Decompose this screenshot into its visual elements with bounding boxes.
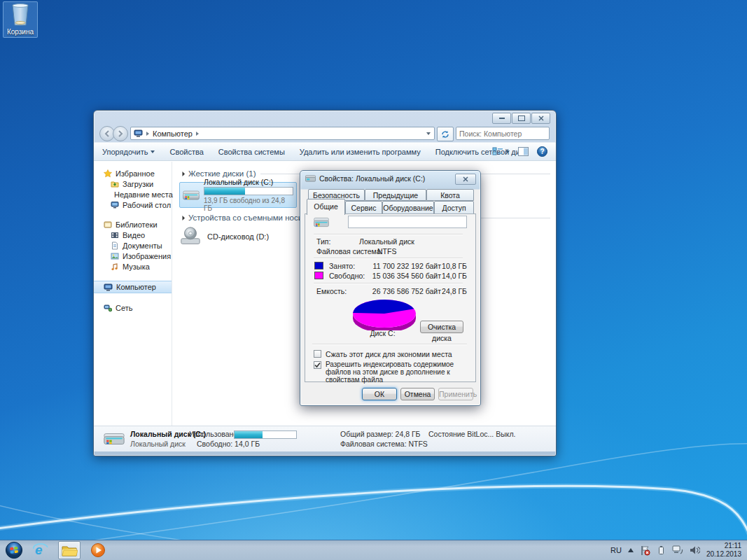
drive-c-item[interactable]: Локальный диск (C:) 13,9 ГБ свободно из … (179, 182, 297, 208)
refresh-icon (441, 130, 449, 139)
properties-dialog: Свойства: Локальный диск (C:) Безопаснос… (300, 170, 481, 406)
details-pane: Локальный диск (C:) Локальный диск Испол… (94, 426, 556, 451)
minimize-button[interactable] (492, 113, 511, 124)
taskbar-wmp-button[interactable] (88, 542, 109, 559)
status-fs-text: Файловая система: NTFS (340, 440, 428, 448)
status-total-text: Общий размер: 24,8 ГБ (340, 430, 421, 438)
start-button[interactable] (5, 541, 23, 559)
help-icon[interactable]: ? (537, 146, 547, 157)
volume-label-input[interactable] (348, 216, 467, 228)
dialog-title: Свойства: Локальный диск (C:) (319, 174, 425, 183)
clock[interactable]: 21:11 20.12.2013 (706, 542, 741, 559)
sidebar-item-music[interactable]: Музыка (94, 262, 172, 272)
pie-label: Диск C: (356, 329, 409, 337)
drive-name: Локальный диск (C:) (204, 178, 293, 186)
explorer-titlebar[interactable] (94, 111, 556, 125)
sidebar-item-network[interactable]: Сеть (94, 303, 172, 313)
dialog-close-button[interactable] (455, 174, 476, 185)
recycle-bin-label: Корзина (4, 28, 37, 36)
cd-drive-icon (179, 226, 202, 247)
forward-button[interactable] (113, 126, 128, 141)
network-icon[interactable] (672, 545, 683, 555)
apply-button[interactable]: Применить (438, 388, 473, 400)
clock-date: 20.12.2013 (706, 550, 741, 559)
sidebar-item-favorites[interactable]: Избранное (94, 169, 172, 178)
taskbar-explorer-button[interactable] (58, 541, 81, 559)
network-icon (104, 304, 112, 312)
compress-checkbox[interactable] (314, 350, 321, 358)
explorer-folder-icon (61, 543, 78, 557)
tab-tools[interactable]: Сервис (345, 201, 382, 214)
breadcrumb-computer[interactable]: Компьютер (153, 130, 193, 138)
navigation-pane: Избранное Загрузки Недавние места Рабочи… (94, 162, 172, 429)
maximize-icon (518, 115, 525, 121)
tab-previous-versions[interactable]: Предыдущие версии (365, 189, 426, 201)
toolbar-organize[interactable]: Упорядочить (102, 148, 155, 156)
ok-button[interactable]: ОК (362, 388, 397, 400)
disk-cleanup-button[interactable]: Очистка диска (420, 321, 463, 333)
search-box[interactable] (456, 127, 550, 140)
recycle-bin-desktop-icon[interactable]: Корзина (3, 1, 38, 38)
maximize-button[interactable] (512, 113, 531, 124)
address-dropdown-icon[interactable] (426, 132, 431, 135)
close-button[interactable] (531, 113, 550, 124)
close-icon (538, 115, 544, 121)
cd-drive-name: CD-дисковод (D:) (207, 232, 269, 241)
group-collapse-icon[interactable] (180, 171, 185, 176)
index-checkbox-label[interactable]: Разрешить индексировать содержимое файло… (326, 360, 467, 384)
divider (312, 344, 467, 345)
minimize-icon (499, 118, 505, 119)
downloads-icon (111, 180, 119, 188)
drive-capacity-bar (204, 187, 293, 195)
tab-hardware[interactable]: Оборудование (382, 201, 434, 214)
chevron-down-icon (151, 150, 155, 153)
tab-general[interactable]: Общие (307, 199, 345, 215)
sidebar-item-downloads[interactable]: Загрузки (94, 179, 172, 189)
refresh-button[interactable] (437, 127, 454, 141)
fs-value: NTFS (377, 247, 396, 255)
status-free-text: Свободно: 14,0 ГБ (197, 440, 260, 448)
used-swatch (314, 262, 323, 270)
used-size: 10,8 ГБ (438, 262, 467, 270)
volume-icon[interactable] (690, 545, 700, 555)
cancel-button[interactable]: Отмена (400, 388, 435, 400)
taskbar-ie-button[interactable]: e (30, 542, 51, 559)
toolbar-uninstall-program[interactable]: Удалить или изменить программу (300, 148, 421, 156)
tab-quota[interactable]: Квота (426, 189, 474, 201)
free-label: Свободно: (329, 272, 365, 280)
action-center-flag-icon[interactable] (640, 545, 650, 556)
drive-page-icon (314, 216, 329, 229)
documents-icon (111, 241, 119, 250)
status-used-label: Использовано: (189, 430, 239, 438)
status-capacity-bar (234, 430, 297, 439)
crumb-separator (146, 132, 149, 136)
language-indicator[interactable]: RU (610, 546, 622, 554)
internet-explorer-icon: e (32, 542, 49, 558)
search-input[interactable] (456, 130, 557, 138)
preview-pane-icon[interactable] (518, 147, 529, 156)
libraries-icon (104, 220, 112, 229)
music-icon (111, 262, 119, 271)
sidebar-item-libraries[interactable]: Библиотеки (94, 220, 172, 230)
toolbar-system-properties[interactable]: Свойства системы (218, 148, 285, 156)
drive-mini-icon (305, 174, 316, 183)
sidebar-item-computer[interactable]: Компьютер (94, 281, 172, 293)
sidebar-item-pictures[interactable]: Изображения (94, 251, 172, 261)
toolbar-properties[interactable]: Свойства (169, 148, 203, 156)
show-hidden-icons-button[interactable] (628, 548, 634, 552)
index-checkbox[interactable] (314, 361, 321, 369)
power-icon[interactable] (657, 545, 666, 555)
group-collapse-icon[interactable] (180, 215, 185, 220)
compress-checkbox-label[interactable]: Сжать этот диск для экономии места (326, 350, 469, 358)
address-bar[interactable]: Компьютер (130, 127, 435, 140)
taskbar: e RU (0, 540, 747, 560)
tab-sharing[interactable]: Доступ (434, 201, 474, 214)
dialog-titlebar[interactable]: Свойства: Локальный диск (C:) (305, 174, 425, 183)
views-button[interactable] (492, 147, 510, 157)
divider (314, 258, 463, 259)
sidebar-item-videos[interactable]: Видео (94, 230, 172, 240)
sidebar-item-desktop[interactable]: Рабочий стол (94, 200, 172, 210)
sidebar-item-recent-places[interactable]: Недавние места (94, 190, 172, 200)
hard-disk-icon (183, 185, 200, 206)
sidebar-item-documents[interactable]: Документы (94, 241, 172, 251)
